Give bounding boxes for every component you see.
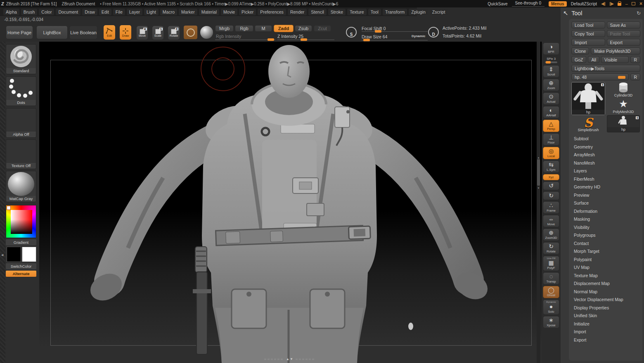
lightbox-tools-button[interactable]: Lightbox▶Tools (571, 65, 640, 72)
zoom-button[interactable]: ⊕ Zoom (543, 79, 559, 91)
cylinder3d-thumb[interactable]: Cylinder3D (607, 82, 640, 98)
switch-color-button[interactable]: SwitchColor (6, 263, 36, 269)
focal-shift-slider[interactable]: Focal Shift 0 (362, 26, 386, 31)
document-canvas[interactable]: ▲▼ (39, 42, 542, 363)
paste-tool-button[interactable]: Paste Tool (607, 30, 641, 37)
panel-back-icon[interactable]: ↖ (563, 9, 568, 17)
goz-all-button[interactable]: All (588, 56, 599, 63)
dynamic-mode-icon[interactable]: D (428, 27, 439, 38)
edit-button[interactable]: Edit (104, 25, 115, 40)
goz-visible-button[interactable]: Visible (601, 56, 629, 63)
active-tool-thumb[interactable]: 6 hp (571, 82, 605, 115)
tool-section-item[interactable]: NanoMesh (571, 159, 640, 167)
actual-button[interactable]: ⊙ Actual (543, 92, 559, 105)
persp-button[interactable]: △ Persp (543, 120, 559, 132)
rgb-intensity-track[interactable] (215, 40, 275, 40)
lsym-button[interactable]: ⇆ L.Sym (543, 160, 559, 173)
menu-item[interactable]: Movie (221, 9, 237, 15)
tool-section-item[interactable]: Surface (571, 199, 640, 207)
menu-item[interactable]: Macro (160, 9, 177, 15)
panel-cycle-icon[interactable]: ↻ (637, 10, 641, 16)
texture-thumb[interactable]: Texture Off (6, 139, 36, 169)
menu-item[interactable]: File (113, 9, 125, 15)
menu-item[interactable]: Stroke (328, 9, 346, 15)
z-intensity-slider[interactable]: Z Intensity 25 (277, 34, 303, 39)
canvas-v-scroll-handle[interactable] (537, 159, 540, 186)
tool-section-item[interactable]: FiberMesh (571, 175, 640, 184)
menu-item[interactable]: Document (56, 9, 80, 15)
menu-item[interactable]: Preferences (258, 9, 286, 15)
v-scroll-up-icon[interactable]: ▲ (537, 156, 540, 159)
rgb-intensity-slider[interactable]: Rgb Intensity (216, 34, 241, 39)
see-through-slider[interactable]: See-through 0 (512, 1, 545, 7)
tool-section-item[interactable]: Displacement Map (571, 280, 640, 288)
draw-size-track[interactable] (362, 40, 428, 40)
left-tray-divider[interactable]: ◄ (0, 42, 5, 363)
zsub-button[interactable]: Zsub (295, 25, 312, 32)
stroke-icon[interactable]: S (346, 27, 357, 38)
canvas-v-scrollbar[interactable]: ▲ ▼ (537, 42, 540, 363)
lightbox-button[interactable]: LightBox (36, 26, 68, 39)
collapse-palettes-icon[interactable]: ◀||| (601, 2, 605, 6)
tool-section-item[interactable]: Visibility (571, 224, 640, 232)
material-thumb[interactable]: MatCap Gray (6, 171, 36, 202)
ghost-button[interactable]: ◯ Ghost (543, 286, 559, 298)
tool-section-item[interactable]: Texture Map (571, 272, 640, 280)
scroll-button[interactable]: ⇕ Scroll (543, 65, 559, 78)
load-tool-button[interactable]: Load Tool (571, 21, 605, 28)
hp-subdiv-slider[interactable]: hp. 48 (571, 73, 629, 80)
m-button[interactable]: M (255, 25, 272, 32)
menu-item[interactable]: Marker (179, 9, 197, 15)
tool-section-item[interactable]: Contact (571, 240, 640, 248)
goz-r-button[interactable]: R (630, 56, 640, 63)
rotate-button[interactable]: R Rotate (168, 26, 180, 40)
secondary-color-swatch[interactable] (22, 247, 36, 262)
zadd-button[interactable]: Zadd (274, 25, 294, 32)
zoom3d-button[interactable]: ⊕ Zoom3D (543, 229, 559, 241)
hp-r-button[interactable]: R (630, 73, 640, 80)
main-color-swatch[interactable] (7, 247, 21, 262)
v-scroll-down-icon[interactable]: ▼ (537, 187, 540, 189)
menu-item[interactable]: Zplugin (409, 9, 428, 15)
polymesh3d-thumb[interactable]: ★ PolyMesh3D (607, 99, 640, 114)
goz-button[interactable]: GoZ (571, 56, 586, 63)
export-button[interactable]: Export (607, 39, 641, 46)
undo-button[interactable]: ↺ (543, 182, 559, 190)
menu-item[interactable]: Stencil (308, 9, 327, 15)
tool-section-item[interactable]: Import (571, 328, 640, 336)
local-button[interactable]: ◎ Local (543, 147, 559, 159)
tool-section-item[interactable]: Subtool (571, 135, 640, 143)
tool-section-item[interactable]: Export (571, 336, 640, 344)
tool-section-item[interactable]: Display Properties (571, 304, 640, 312)
menu-item[interactable]: Color (39, 9, 54, 15)
hp-small-thumb[interactable]: 6 hp (607, 115, 640, 132)
floor-button[interactable]: ⊥ Floor (543, 133, 559, 146)
focal-shift-track[interactable] (362, 31, 428, 32)
gradient-button[interactable]: Gradient (6, 239, 36, 245)
tool-section-item[interactable]: Geometry HD (571, 183, 640, 191)
rgb-intensity-handle[interactable] (268, 38, 274, 41)
bpr-button[interactable]: ◑ BPR (543, 42, 559, 55)
menu-item[interactable]: Light (144, 9, 159, 15)
menu-item[interactable]: Layer (127, 9, 142, 15)
move-button[interactable]: M Move (137, 26, 148, 40)
menu-item[interactable]: Picker (239, 9, 256, 15)
frame-button[interactable]: ∴ Frame (543, 201, 559, 214)
live-boolean-button[interactable]: Live Boolean (69, 26, 97, 39)
spix-track[interactable] (545, 61, 557, 63)
menu-item[interactable]: Transform (383, 9, 407, 15)
save-as-button[interactable]: Save As (607, 21, 641, 28)
solo-button[interactable]: Dynamic ● Solo (543, 299, 559, 315)
menu-item[interactable]: Alpha (3, 9, 19, 15)
minimize-icon[interactable]: – (625, 1, 627, 6)
copy-tool-button[interactable]: Copy Tool (571, 30, 605, 37)
restore-icon[interactable] (632, 2, 635, 5)
tool-section-item[interactable]: Deformation (571, 207, 640, 216)
menu-item[interactable]: Texture (347, 9, 366, 15)
zcut-button[interactable]: Zcut (314, 25, 331, 32)
tool-section-item[interactable]: Vector Displacement Map (571, 296, 640, 304)
tool-section-item[interactable]: Morph Target (571, 248, 640, 256)
mrgb-button[interactable]: Mrgb (215, 25, 234, 32)
rotate3d-button[interactable]: ↻ Rotate (543, 242, 559, 255)
color-gradient-square[interactable] (11, 210, 32, 234)
